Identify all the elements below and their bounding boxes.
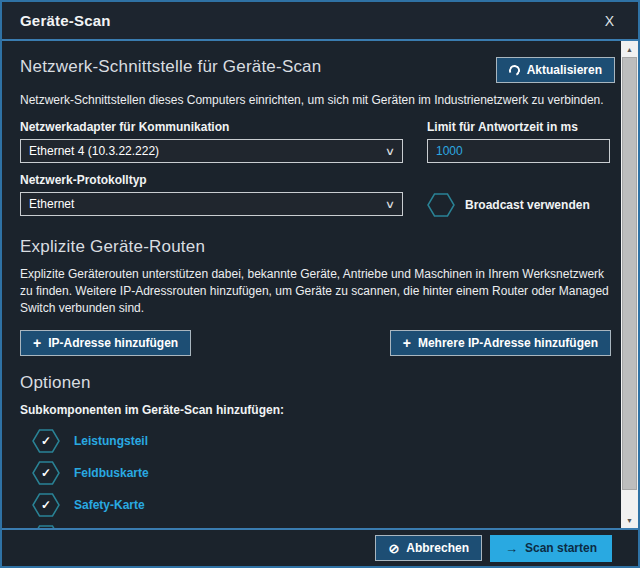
timeout-label: Limit für Antwortzeit in ms: [427, 120, 610, 134]
adapter-label: Netzwerkadapter für Kommunikation: [20, 120, 403, 134]
cancel-button[interactable]: ⊘ Abbrechen: [375, 535, 482, 561]
protocol-broadcast-row: Netzwerk-Protokolltyp Ethernet ∨ Broadca…: [20, 173, 615, 217]
protocol-select-value: Ethernet: [29, 197, 74, 211]
broadcast-label: Broadcast verwenden: [465, 198, 590, 212]
arrow-right-icon: →: [505, 542, 518, 555]
list-item-feldbuskarte: ✓ Feldbuskarte: [32, 461, 615, 485]
options-section-heading: Optionen: [20, 373, 615, 393]
protocol-label: Netzwerk-Protokolltyp: [20, 173, 403, 187]
cancel-icon: ⊘: [388, 542, 399, 555]
network-section-heading: Netzwerk-Schnittstelle für Geräte-Scan: [20, 57, 321, 77]
check-icon: ✓: [32, 429, 60, 453]
checkbox-sensorboard[interactable]: ✓: [32, 525, 60, 528]
dialog-title: Geräte-Scan: [20, 12, 111, 29]
scrollbar-thumb[interactable]: [622, 57, 637, 490]
adapter-timeout-row: Netzwerkadapter für Kommunikation Ethern…: [20, 120, 615, 163]
check-icon: ✓: [32, 493, 60, 517]
adapter-select-value: Ethernet 4 (10.3.22.222): [29, 144, 159, 158]
network-section-header: Netzwerk-Schnittstelle für Geräte-Scan A…: [20, 57, 615, 83]
add-ip-button[interactable]: + IP-Adresse hinzufügen: [20, 330, 191, 356]
add-multiple-ip-button[interactable]: + Mehrere IP-Adresse hinzufügen: [390, 330, 611, 356]
scan-start-button[interactable]: → Scan starten: [490, 535, 612, 562]
refresh-icon: [507, 63, 521, 77]
plus-icon: +: [33, 336, 41, 350]
routes-section-description: Explizite Geräterouten unterstützen dabe…: [20, 266, 615, 317]
check-icon: ✓: [32, 461, 60, 485]
chevron-down-icon: ∨: [385, 145, 395, 158]
broadcast-checkbox[interactable]: [427, 193, 455, 217]
chevron-down-icon: ∨: [385, 198, 395, 211]
close-icon[interactable]: X: [599, 11, 620, 31]
routes-section-heading: Explizite Geräte-Routen: [20, 237, 615, 257]
list-item-leistungsteil: ✓ Leistungsteil: [32, 429, 615, 453]
add-multiple-ip-button-label: Mehrere IP-Adresse hinzufügen: [418, 336, 598, 350]
network-section-description: Netzwerk-Schnittstellen dieses Computers…: [20, 92, 615, 108]
titlebar: Geräte-Scan X: [2, 2, 638, 41]
geraete-scan-dialog: Geräte-Scan X Netzwerk-Schnittstelle für…: [0, 0, 640, 568]
subcomponent-label[interactable]: Feldbuskarte: [74, 466, 149, 480]
plus-icon: +: [403, 336, 411, 350]
scan-start-button-label: Scan starten: [525, 541, 597, 555]
hexagon-icon: [427, 193, 455, 217]
refresh-button[interactable]: Aktualisieren: [496, 57, 615, 83]
dialog-footer: ⊘ Abbrechen → Scan starten: [2, 528, 638, 566]
subcomponent-label[interactable]: Safety-Karte: [74, 498, 145, 512]
checkbox-safety-karte[interactable]: ✓: [32, 493, 60, 517]
list-item-sensorboard: ✓ Sensorboard: [32, 525, 615, 528]
checkbox-feldbuskarte[interactable]: ✓: [32, 461, 60, 485]
subcomponent-label[interactable]: Leistungsteil: [74, 434, 148, 448]
add-ip-button-label: IP-Adresse hinzufügen: [48, 336, 178, 350]
timeout-input-value: 1000: [436, 144, 463, 158]
options-subheading: Subkomponenten im Geräte-Scan hinzufügen…: [20, 403, 615, 417]
check-icon: ✓: [32, 525, 60, 528]
routes-buttons-row: + IP-Adresse hinzufügen + Mehrere IP-Adr…: [20, 330, 615, 356]
checkbox-leistungsteil[interactable]: ✓: [32, 429, 60, 453]
subcomponents-list: ✓ Leistungsteil ✓ Feldbuskarte ✓: [32, 429, 615, 528]
cancel-button-label: Abbrechen: [406, 541, 469, 555]
dialog-content: Netzwerk-Schnittstelle für Geräte-Scan A…: [2, 41, 638, 528]
scroll-area: Netzwerk-Schnittstelle für Geräte-Scan A…: [2, 41, 621, 528]
protocol-select[interactable]: Ethernet ∨: [20, 192, 403, 216]
refresh-button-label: Aktualisieren: [527, 63, 602, 77]
list-item-safety-karte: ✓ Safety-Karte: [32, 493, 615, 517]
scroll-down-icon[interactable]: ▼: [621, 512, 638, 528]
timeout-input[interactable]: 1000: [427, 139, 610, 163]
adapter-select[interactable]: Ethernet 4 (10.3.22.222) ∨: [20, 139, 403, 163]
scroll-up-icon[interactable]: ▲: [621, 41, 638, 57]
scrollbar[interactable]: ▲ ▼: [621, 41, 638, 528]
